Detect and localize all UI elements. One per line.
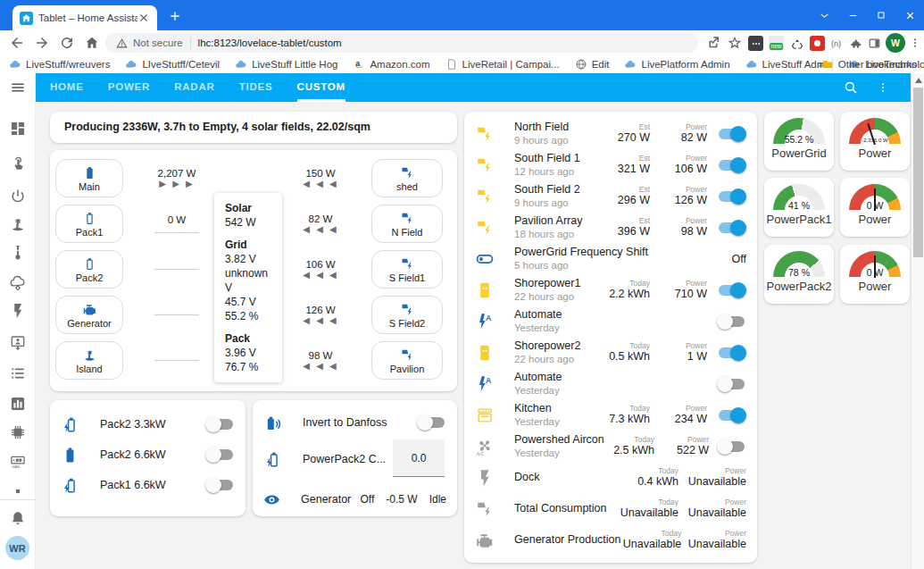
user-avatar[interactable]: WR	[5, 536, 29, 560]
browser-profile-avatar[interactable]: W	[886, 33, 905, 53]
gauge-card-power[interactable]: -2,336.0 WPower	[840, 112, 910, 171]
entity-row[interactable]: South Field 112 hours agoEst321 WPower10…	[464, 149, 757, 180]
entity-row[interactable]: AAutomateYesterday	[464, 368, 757, 399]
window-maximize-button[interactable]	[867, 0, 895, 30]
entity-row[interactable]: AAutomateYesterday	[464, 305, 757, 337]
gauge-card-power[interactable]: 0 WPower	[840, 245, 910, 304]
recycle-extension-icon[interactable]	[789, 36, 804, 51]
entity-toggle[interactable]	[717, 439, 746, 455]
search-icon[interactable]	[843, 79, 859, 96]
sidebar-item-chip[interactable]	[9, 423, 27, 441]
switch-toggle[interactable]	[205, 416, 235, 432]
entity-row[interactable]: South Field 29 hours agoEst296 WPower126…	[464, 180, 757, 212]
browser-menu-icon[interactable]	[909, 35, 921, 51]
extension-card-icon[interactable]	[748, 36, 763, 51]
bookmark-item[interactable]: aAmazon.com	[353, 58, 429, 71]
tab-custom[interactable]: CUSTOM	[297, 73, 345, 102]
not-secure-warning-icon[interactable]	[116, 38, 128, 49]
switch-toggle[interactable]	[205, 477, 235, 493]
flow-node-s-field1[interactable]: S Field1	[371, 250, 443, 289]
gauge-card-powerpack1[interactable]: 41 %PowerPack1	[764, 178, 834, 237]
sidebar-item-power[interactable]	[9, 188, 27, 205]
scroll-up-arrow-icon[interactable]	[915, 78, 922, 83]
window-minimize-button[interactable]	[838, 0, 867, 30]
entity-toggle[interactable]	[717, 282, 746, 298]
entity-toggle[interactable]	[717, 157, 746, 173]
switch-toggle[interactable]	[205, 447, 235, 463]
new-tab-button[interactable]	[168, 9, 182, 23]
window-close-button[interactable]	[895, 0, 924, 30]
sidebar-item-nas[interactable]: NAS	[9, 452, 27, 470]
sidebar-item-human-board[interactable]	[9, 334, 27, 352]
flow-node-pack1[interactable]: Pack1	[55, 205, 123, 243]
entity-row[interactable]: A/CPowershed AirconYesterdayToday2.5 kWh…	[464, 431, 757, 462]
entity-toggle[interactable]	[717, 345, 746, 361]
bookmark-star-icon[interactable]	[727, 35, 743, 51]
menu-hamburger-icon[interactable]	[9, 79, 27, 96]
sidebar-item-island[interactable]	[9, 215, 27, 233]
sidebar-item-chart-box[interactable]	[9, 395, 27, 413]
entity-row[interactable]: Shorepower222 hours agoToday0.5 kWhPower…	[464, 337, 757, 368]
home-button[interactable]	[84, 35, 100, 51]
flow-node-main[interactable]: Main	[55, 159, 123, 197]
switch-row[interactable]: Pack2 3.3kW	[50, 411, 246, 438]
control-row[interactable]: GeneratorOff-0.5 WIdle	[253, 486, 457, 513]
window-menu-button[interactable]	[810, 0, 838, 30]
entity-row[interactable]: Total ConsumptionTodayUnavailablePowerUn…	[464, 493, 757, 524]
tab-radar[interactable]: RADAR	[174, 73, 215, 102]
notifications-bell-icon[interactable]	[9, 510, 27, 528]
sidebar-item-cloud-cog[interactable]	[9, 274, 27, 292]
entity-row[interactable]: DockToday0.4 kWhPowerUnavailable	[464, 462, 757, 493]
sidebar-split-icon[interactable]	[867, 36, 882, 51]
bookmark-item[interactable]: LivePlatform Admin	[624, 58, 729, 71]
sidebar-item-list[interactable]	[9, 364, 27, 382]
sidebar-item-view-dashboard[interactable]	[9, 120, 27, 138]
overflow-menu-icon[interactable]	[877, 79, 889, 96]
flow-node-pavilion[interactable]: Pavilion	[371, 341, 443, 380]
entity-toggle[interactable]	[717, 314, 746, 330]
entity-row[interactable]: Generator ProductionTodayUnavailablePowe…	[464, 524, 757, 556]
bookmark-item[interactable]: LiveStuff/wreuvers	[9, 58, 110, 71]
back-button[interactable]	[9, 35, 25, 51]
sidebar-item-gesture-tap[interactable]	[9, 154, 27, 172]
flow-node-s-field2[interactable]: S Field2	[371, 296, 443, 334]
reload-button[interactable]	[59, 35, 75, 51]
flow-node-generator[interactable]: Generator	[55, 296, 123, 334]
entity-toggle[interactable]	[717, 126, 746, 142]
entity-toggle[interactable]	[717, 220, 746, 236]
entity-row[interactable]: PowerGrid Frequency Shift5 hours agoOff	[464, 243, 757, 274]
entity-row[interactable]: North Field9 hours agoEst270 WPower82 W	[464, 118, 757, 149]
flow-node-n-field[interactable]: N Field	[371, 205, 443, 243]
entity-row[interactable]: KitchenYesterdayToday7.3 kWhPower234 W	[464, 399, 757, 431]
bookmark-item[interactable]: Edit	[575, 58, 610, 71]
flow-node-island[interactable]: Island	[55, 341, 123, 380]
shield-extension-icon[interactable]	[810, 36, 825, 51]
sidebar-item-flash[interactable]	[9, 302, 27, 320]
sidebar-item-test-tube[interactable]	[9, 244, 27, 262]
invert-toggle[interactable]	[417, 414, 446, 431]
gauge-card-powergrid[interactable]: 55.2 %PowerGrid	[764, 112, 834, 171]
entity-row[interactable]: Pavilion Array18 hours agoEst396 WPower9…	[464, 212, 757, 243]
share-icon[interactable]	[705, 35, 721, 51]
tab-tides[interactable]: TIDES	[239, 73, 273, 102]
bookmark-item[interactable]: LIveStutff/Cetevil	[125, 58, 220, 71]
extensions-puzzle-icon[interactable]	[848, 36, 863, 51]
extension-n-icon[interactable]: (n)	[828, 36, 844, 51]
bookmark-item[interactable]: LiveRetail | Campai...	[445, 58, 560, 71]
browser-tab[interactable]: Tablet – Home Assistant	[12, 5, 157, 30]
control-row[interactable]: Invert to Danfoss	[253, 407, 457, 438]
entity-row[interactable]: Shorepower122 hours agoToday2.2 kWhPower…	[464, 274, 757, 305]
flow-node-pack2[interactable]: Pack2	[55, 250, 123, 289]
gauge-card-powerpack2[interactable]: 78 %PowerPack2	[764, 245, 834, 304]
entity-toggle[interactable]	[717, 376, 746, 392]
forward-button[interactable]	[34, 35, 50, 51]
flow-stats-panel[interactable]: Solar542 WGrid3.82 Vunknown V45.7 V55.2 …	[214, 193, 282, 382]
switch-row[interactable]: Pack2 6.6kW	[50, 441, 246, 468]
entity-toggle[interactable]	[717, 407, 746, 423]
extension-new-icon[interactable]: new	[769, 36, 784, 51]
scrollbar-thumb[interactable]	[913, 88, 923, 257]
entity-toggle[interactable]	[717, 188, 746, 205]
tab-power[interactable]: POWER	[108, 73, 150, 102]
tab-close-icon[interactable]	[137, 12, 150, 24]
powerpack2-current-input[interactable]: 0.0	[393, 439, 445, 477]
